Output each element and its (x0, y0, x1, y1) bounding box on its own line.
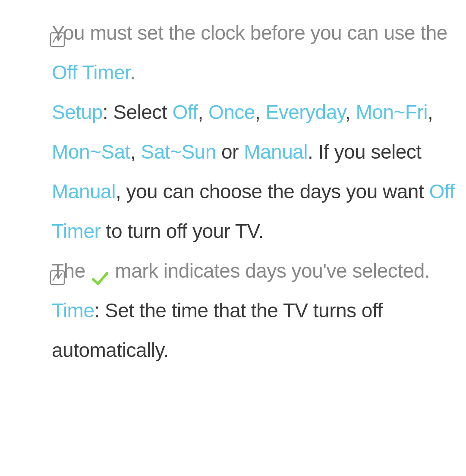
time-label: Time (52, 299, 94, 322)
option-manual: Manual (244, 141, 308, 163)
note-text: You must set the clock before you can us… (52, 22, 447, 44)
note-text-2: mark indicates days you've selected. (110, 260, 430, 282)
time-description: Time: Set the time that the TV turns off… (9, 291, 457, 370)
option-mon-sat: Mon~Sat (52, 141, 130, 163)
note-checkmark: The mark indicates days you've selected. (9, 251, 457, 291)
time-text: : Set the time that the TV turns off aut… (52, 299, 383, 361)
setup-text: : Select (103, 101, 173, 123)
setup-description: Setup: Select Off, Once, Everyday, Mon~F… (9, 92, 457, 251)
off-timer-label: Off Timer (52, 61, 130, 84)
option-once: Once (208, 101, 255, 123)
note-clock-required: You must set the clock before you can us… (9, 13, 457, 92)
note-icon (50, 259, 65, 274)
option-sat-sun: Sat~Sun (141, 141, 216, 163)
note-icon (50, 21, 65, 36)
setup-label: Setup (52, 101, 103, 123)
option-off: Off (172, 101, 198, 123)
checkmark-icon (91, 261, 110, 280)
option-mon-fri: Mon~Fri (356, 101, 427, 123)
note-text-end: . (130, 61, 135, 84)
option-everyday: Everyday (266, 101, 345, 123)
option-manual-2: Manual (52, 180, 116, 203)
